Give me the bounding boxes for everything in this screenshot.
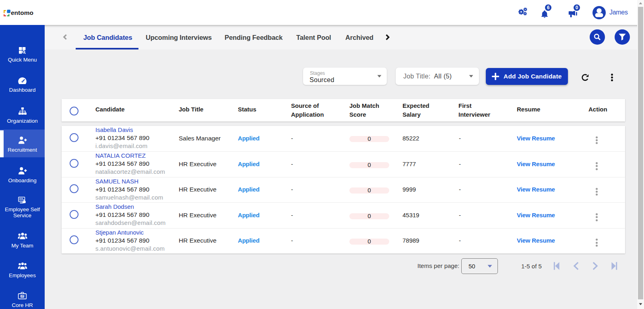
svg-text:HR: HR xyxy=(21,295,24,297)
